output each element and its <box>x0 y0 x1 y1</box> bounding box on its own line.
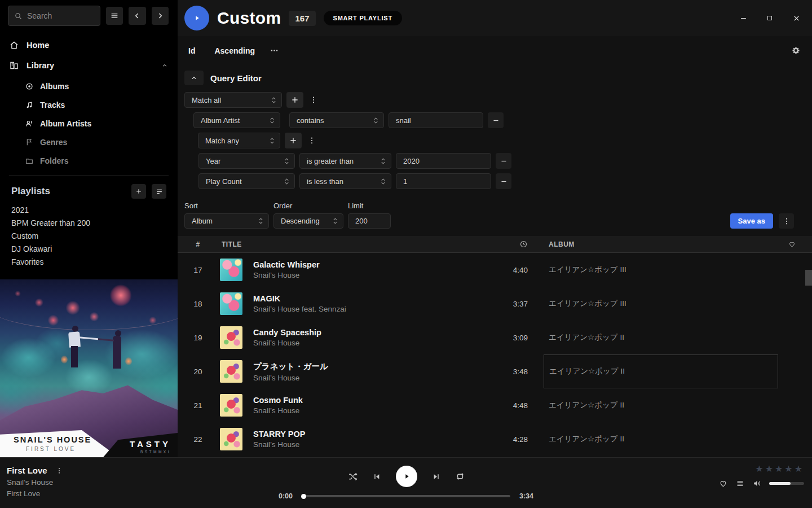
column-header-favorite[interactable] <box>778 240 805 248</box>
table-row[interactable]: 17 Galactic Whisper Snail’s House 4:40 エ… <box>178 253 812 287</box>
table-row[interactable]: 22 STARRY POP Snail’s House 4:28 エイリアン☆ポ… <box>178 422 812 453</box>
match-type-select[interactable]: Match any <box>198 133 280 148</box>
chevron-up-icon[interactable] <box>161 62 169 69</box>
star-icon[interactable]: ★ <box>795 464 804 474</box>
previous-track-button[interactable] <box>372 472 382 481</box>
volume-button[interactable] <box>752 479 762 488</box>
star-icon[interactable]: ★ <box>784 464 794 474</box>
track-thumbnail[interactable] <box>220 326 242 349</box>
group-options-icon[interactable] <box>308 92 319 108</box>
now-playing-title[interactable]: First Love <box>7 466 47 475</box>
search-input[interactable] <box>27 11 94 20</box>
now-playing-artist[interactable]: Snail’s House <box>7 478 63 487</box>
group-options-icon[interactable] <box>306 133 317 148</box>
column-header-title[interactable]: TITLE <box>218 240 474 248</box>
rule-operator-select[interactable]: contains <box>289 112 384 128</box>
play-pause-button[interactable] <box>396 466 417 487</box>
volume-slider[interactable] <box>769 482 804 485</box>
sidebar-item-folders[interactable]: Folders <box>25 151 178 170</box>
track-artist[interactable]: Snail’s House <box>253 406 303 415</box>
track-thumbnail[interactable] <box>220 394 242 417</box>
track-artist[interactable]: Snail’s House <box>253 339 321 347</box>
table-row[interactable]: 21 Cosmo Funk Snail’s House 4:48 エイリアン☆ポ… <box>178 388 812 422</box>
now-playing-options-icon[interactable] <box>55 467 63 475</box>
play-playlist-button[interactable] <box>184 6 209 30</box>
seek-slider-knob[interactable] <box>301 494 306 499</box>
playlist-item[interactable]: Favorites <box>11 255 178 268</box>
sidebar-item-tracks[interactable]: Tracks <box>25 95 178 114</box>
limit-input[interactable] <box>348 213 391 229</box>
track-album[interactable]: エイリアン☆ポップ III <box>531 287 778 321</box>
table-row[interactable]: 19 Candy Spaceship Snail’s House 3:09 エイ… <box>178 321 812 354</box>
playlist-item[interactable]: 2021 <box>11 203 178 216</box>
track-album[interactable]: エイリアン☆ポップ II <box>531 321 778 354</box>
column-header-number[interactable]: # <box>178 240 218 248</box>
column-header-duration[interactable] <box>474 240 531 248</box>
table-row[interactable]: 20 プラネット・ガール Snail’s House 3:48 エイリアン☆ポッ… <box>178 354 812 388</box>
sidebar-item-album-artists[interactable]: Album Artists <box>25 114 178 133</box>
star-icon[interactable]: ★ <box>765 464 775 474</box>
track-thumbnail[interactable] <box>220 360 242 383</box>
track-album-focused-cell[interactable]: エイリアン☆ポップ II <box>544 354 778 388</box>
order-select[interactable]: Descending <box>273 213 343 229</box>
window-maximize-button[interactable] <box>764 12 775 24</box>
nav-forward-button[interactable] <box>152 7 169 25</box>
add-rule-button[interactable] <box>286 92 303 108</box>
save-as-button[interactable]: Save as <box>730 213 773 229</box>
track-artist[interactable]: Snail’s House <box>253 374 328 382</box>
now-playing-album[interactable]: First Love <box>7 489 63 498</box>
star-icon[interactable]: ★ <box>775 464 784 474</box>
search-box[interactable] <box>8 6 100 26</box>
track-album[interactable]: エイリアン☆ポップ II <box>531 422 778 453</box>
track-album[interactable]: エイリアン☆ポップ II <box>531 388 778 422</box>
favorite-button[interactable] <box>718 479 728 488</box>
sidebar-item-library[interactable]: Library <box>0 55 178 76</box>
rule-field-select[interactable]: Year <box>198 153 295 169</box>
track-artist[interactable]: Snail’s House <box>253 271 320 279</box>
rule-value-input[interactable] <box>396 173 491 189</box>
rule-operator-select[interactable]: is less than <box>299 173 391 189</box>
rule-field-select[interactable]: Album Artist <box>193 112 280 128</box>
collapse-query-editor-button[interactable] <box>184 71 204 85</box>
track-artist[interactable]: Snail’s House <box>253 440 305 449</box>
track-thumbnail[interactable] <box>220 292 242 315</box>
table-row[interactable]: 18 MAGIK Snail’s House feat. Sennzai 3:3… <box>178 287 812 321</box>
save-options-icon[interactable] <box>779 213 794 229</box>
remove-rule-button[interactable] <box>496 153 511 169</box>
rule-value-input[interactable] <box>389 112 483 128</box>
track-thumbnail[interactable] <box>220 259 242 281</box>
remove-rule-button[interactable] <box>496 173 511 189</box>
sort-direction-control[interactable]: Ascending <box>214 46 255 55</box>
remove-rule-button[interactable] <box>488 112 504 128</box>
add-playlist-button[interactable] <box>131 184 146 199</box>
star-icon[interactable]: ★ <box>755 464 765 474</box>
sort-field-control[interactable]: Id <box>188 46 195 55</box>
now-playing-cover-art[interactable]: SNAIL'S HOUSE FIRST LOVE TASTY BSTMMXI <box>0 279 178 457</box>
add-rule-button[interactable] <box>285 133 302 148</box>
column-header-album[interactable]: ALBUM <box>531 240 778 248</box>
sidebar-item-genres[interactable]: Genres <box>25 133 178 151</box>
gear-icon[interactable] <box>791 46 801 55</box>
window-close-button[interactable] <box>791 12 802 24</box>
match-type-select[interactable]: Match all <box>184 92 282 108</box>
repeat-button[interactable] <box>455 471 465 481</box>
sidebar-item-albums[interactable]: Albums <box>25 77 178 95</box>
playlist-item[interactable]: DJ Okawari <box>11 242 178 255</box>
window-minimize-button[interactable] <box>738 12 749 24</box>
playlist-list-button[interactable] <box>152 184 166 199</box>
sidebar-item-home[interactable]: Home <box>0 35 178 55</box>
queue-button[interactable] <box>735 479 745 488</box>
rating-stars[interactable]: ★★★★★ <box>708 463 804 474</box>
nav-back-button[interactable] <box>129 7 145 25</box>
shuffle-button[interactable] <box>347 471 358 482</box>
rule-operator-select[interactable]: is greater than <box>299 153 391 169</box>
track-thumbnail[interactable] <box>220 428 242 450</box>
rule-field-select[interactable]: Play Count <box>198 173 295 189</box>
vertical-scrollbar-thumb[interactable] <box>805 270 812 286</box>
sort-select[interactable]: Album <box>184 213 269 229</box>
more-options-icon[interactable] <box>270 46 279 55</box>
track-album[interactable]: エイリアン☆ポップ III <box>531 253 778 287</box>
rule-value-input[interactable] <box>396 153 491 169</box>
next-track-button[interactable] <box>431 472 441 481</box>
seek-slider[interactable] <box>302 495 510 497</box>
